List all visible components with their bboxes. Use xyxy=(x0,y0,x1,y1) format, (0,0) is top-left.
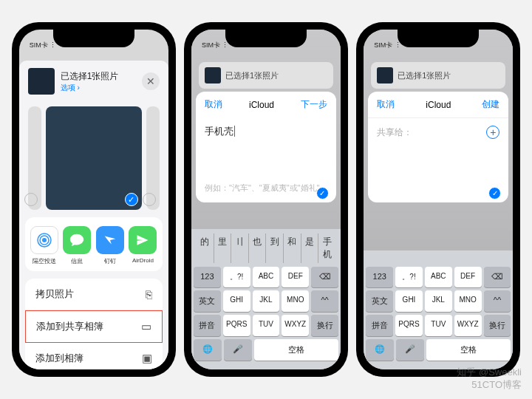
modal-nav: 取消 iCloud 创建 xyxy=(368,92,508,117)
airdroid-icon xyxy=(129,226,157,254)
key[interactable]: WXYZ xyxy=(282,315,309,336)
header-thumb xyxy=(28,68,55,95)
suggestion[interactable]: 也 xyxy=(249,233,267,263)
screen: SIM卡 ⋮ 已选择1张照片 ✓ 取消 iCloud 创建 共享给： + 123… xyxy=(364,30,513,369)
notch xyxy=(53,30,134,47)
options-link[interactable]: 选项 › xyxy=(61,83,136,93)
phone-share-invite: SIM卡 ⋮ 已选择1张照片 ✓ 取消 iCloud 创建 共享给： + 123… xyxy=(356,22,520,377)
key[interactable]: GHI xyxy=(223,290,250,312)
share-sheet: 已选择1张照片 选项 › ✕ ✓ 隔空投送 信息 钉钉 AirDroid 拷贝照… xyxy=(19,61,168,369)
phone-name-album: SIM卡 ⋮ 已选择1张照片 ✓ 取消 iCloud 下一步 手机壳 例如："汽… xyxy=(184,22,348,377)
preview-strip[interactable]: ✓ xyxy=(19,102,168,217)
key-en[interactable]: 英文 xyxy=(194,290,221,312)
watermark: 知乎 @Sweekli 51CTO博客 xyxy=(457,366,522,392)
icloud-modal: 取消 iCloud 创建 共享给： + xyxy=(368,92,508,202)
copy-photo-action[interactable]: 拷贝照片⎘ xyxy=(25,279,163,310)
mic-key[interactable]: 🎤 xyxy=(396,339,424,361)
add-album-action[interactable]: 添加到相簿▣ xyxy=(25,343,163,369)
key[interactable]: GHI xyxy=(395,290,423,312)
modal-title: iCloud xyxy=(426,100,451,110)
key[interactable]: JKL xyxy=(425,290,452,312)
key[interactable]: PQRS xyxy=(223,315,250,336)
messages-button[interactable]: 信息 xyxy=(61,226,94,265)
key-123[interactable]: 123 xyxy=(194,267,221,287)
close-icon[interactable]: ✕ xyxy=(142,72,160,90)
bg-header: 已选择1张照片 xyxy=(371,62,505,89)
airdroid-button[interactable]: AirDroid xyxy=(126,226,160,265)
key[interactable]: MNO xyxy=(454,290,482,312)
phone-share-sheet: SIM卡 ⋮ 已选择1张照片 选项 › ✕ ✓ 隔空投送 信息 钉钉 AirDr… xyxy=(12,22,176,377)
key[interactable]: 。?! xyxy=(223,267,250,287)
backspace-key[interactable]: ⌫ xyxy=(484,267,511,287)
space-key[interactable]: 空格 xyxy=(254,339,338,361)
suggestion-bar: 的 里 〢 也 到 和 是 手机 xyxy=(194,232,338,267)
return-key[interactable]: 换行 xyxy=(484,315,511,336)
key[interactable]: TUV xyxy=(253,315,280,336)
bg-header: 已选择1张照片 xyxy=(199,62,333,89)
key[interactable]: 。?! xyxy=(395,267,423,287)
next-button[interactable]: 下一步 xyxy=(301,98,327,111)
preview-main[interactable]: ✓ xyxy=(46,106,142,210)
backspace-key[interactable]: ⌫ xyxy=(311,267,338,287)
checkmark-icon: ✓ xyxy=(125,193,138,206)
space-key[interactable]: 空格 xyxy=(426,339,511,361)
key-pinyin[interactable]: 拼音 xyxy=(366,315,393,336)
key[interactable]: ABC xyxy=(425,267,452,287)
airdrop-button[interactable]: 隔空投送 xyxy=(28,226,61,265)
notch xyxy=(225,30,307,47)
create-button[interactable]: 创建 xyxy=(482,98,499,111)
globe-key[interactable]: 🌐 xyxy=(194,339,222,361)
key-pinyin[interactable]: 拼音 xyxy=(194,315,221,336)
app-share-row: 隔空投送 信息 钉钉 AirDroid xyxy=(25,217,163,271)
album-icon: ▣ xyxy=(142,352,152,365)
key[interactable]: MNO xyxy=(282,290,309,312)
mic-key[interactable]: 🎤 xyxy=(224,339,252,361)
preview-next[interactable] xyxy=(146,106,160,210)
share-header: 已选择1张照片 选项 › ✕ xyxy=(19,61,168,102)
globe-key[interactable]: 🌐 xyxy=(366,339,394,361)
dingtalk-icon xyxy=(96,226,124,254)
preview-prev[interactable] xyxy=(28,106,41,210)
keyboard: 的 里 〢 也 到 和 是 手机 123。?!ABCDEF⌫ 英文GHIJKLM… xyxy=(191,229,341,369)
suggestion[interactable]: 是 xyxy=(301,233,319,263)
modal-nav: 取消 iCloud 下一步 xyxy=(196,92,336,117)
key-caret[interactable]: ^^ xyxy=(484,290,511,312)
modal-title: iCloud xyxy=(249,100,274,110)
key-caret[interactable]: ^^ xyxy=(311,290,338,312)
suggestion[interactable]: 的 xyxy=(197,233,214,263)
key-123[interactable]: 123 xyxy=(366,267,393,287)
screen: SIM卡 ⋮ 已选择1张照片 选项 › ✕ ✓ 隔空投送 信息 钉钉 AirDr… xyxy=(19,30,168,369)
add-shared-album-action[interactable]: 添加到共享相簿▭ xyxy=(25,310,163,343)
action-list: 拷贝照片⎘ 添加到共享相簿▭ 添加到相簿▣ xyxy=(25,279,163,369)
plus-icon[interactable]: + xyxy=(486,126,499,139)
album-name-input[interactable]: 手机壳 xyxy=(196,117,336,146)
key[interactable]: TUV xyxy=(425,315,452,336)
cancel-button[interactable]: 取消 xyxy=(205,98,222,111)
shared-album-icon: ▭ xyxy=(141,320,151,333)
suggestion[interactable]: 和 xyxy=(284,233,301,263)
suggestion[interactable]: 〢 xyxy=(231,233,249,263)
copy-icon: ⎘ xyxy=(146,288,152,301)
key[interactable]: JKL xyxy=(253,290,280,312)
notch xyxy=(398,30,479,47)
key[interactable]: ABC xyxy=(253,267,280,287)
suggestion[interactable]: 到 xyxy=(266,233,284,263)
input-placeholder: 例如："汽车"、"夏威夷"或"婚礼" xyxy=(205,183,319,194)
cancel-button[interactable]: 取消 xyxy=(377,98,395,111)
suggestion-bar xyxy=(366,253,511,267)
key[interactable]: DEF xyxy=(282,267,309,287)
messages-icon xyxy=(63,226,91,254)
svg-point-0 xyxy=(42,238,47,242)
selected-count: 已选择1张照片 xyxy=(61,70,136,83)
dingtalk-button[interactable]: 钉钉 xyxy=(94,226,127,265)
key[interactable]: DEF xyxy=(454,267,482,287)
key[interactable]: PQRS xyxy=(395,315,423,336)
return-key[interactable]: 换行 xyxy=(311,315,338,336)
key-en[interactable]: 英文 xyxy=(366,290,393,312)
keyboard: 123。?!ABCDEF⌫ 英文GHIJKLMNO^^ 拼音PQRSTUVWXY… xyxy=(364,250,513,369)
share-to-row[interactable]: 共享给： + xyxy=(368,117,508,146)
key[interactable]: WXYZ xyxy=(454,315,482,336)
screen: SIM卡 ⋮ 已选择1张照片 ✓ 取消 iCloud 下一步 手机壳 例如："汽… xyxy=(191,30,341,369)
suggestion[interactable]: 里 xyxy=(214,233,232,263)
suggestion[interactable]: 手机 xyxy=(318,233,335,263)
